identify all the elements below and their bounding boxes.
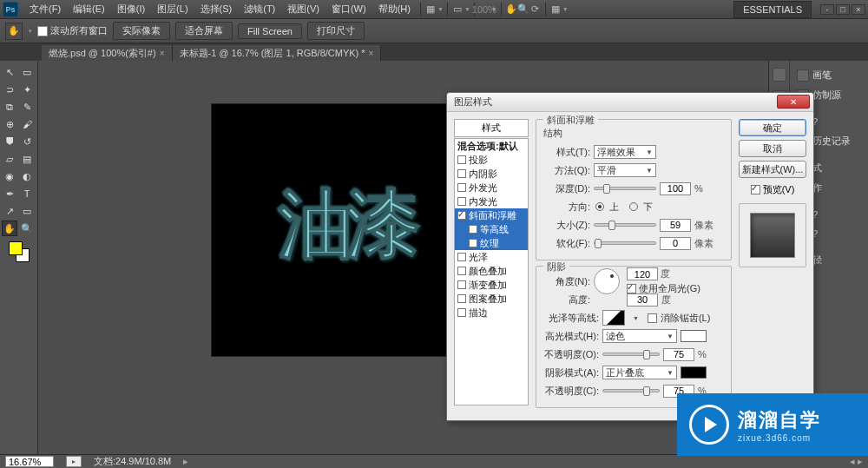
pen-tool[interactable]: ✒ [2, 186, 17, 201]
style-row[interactable]: 描边 [455, 306, 528, 320]
blur-tool[interactable]: ◉ [2, 168, 17, 184]
ok-button[interactable]: 确定 [739, 119, 806, 136]
new-style-button[interactable]: 新建样式(W)... [739, 161, 806, 178]
window-restore[interactable]: □ [836, 4, 850, 15]
style-checkbox[interactable] [469, 225, 477, 234]
style-row[interactable]: 投影 [455, 153, 528, 167]
marquee-tool[interactable]: ▭ [19, 64, 35, 80]
heal-tool[interactable]: ⊕ [2, 116, 17, 132]
global-light-checkbox[interactable] [627, 284, 636, 293]
shadow-opacity-slider[interactable] [602, 389, 660, 392]
close-tab-icon[interactable]: × [160, 49, 165, 58]
fit-screen-button[interactable]: 适合屏幕 [175, 22, 233, 40]
angle-input[interactable] [627, 267, 658, 280]
gloss-contour-picker[interactable] [602, 310, 625, 326]
stamp-tool[interactable]: ⛊ [2, 134, 17, 149]
eyedropper-tool[interactable]: ✎ [19, 99, 35, 115]
style-checkbox[interactable] [457, 197, 466, 206]
style-row[interactable]: 渐变叠加 [455, 278, 528, 292]
style-combo[interactable]: 浮雕效果▼ [594, 145, 656, 159]
screen-mode-icon[interactable]: ▭ [451, 3, 464, 16]
style-row[interactable]: 内阴影 [455, 167, 528, 181]
style-checkbox[interactable] [469, 239, 477, 247]
style-checkbox[interactable] [457, 280, 466, 289]
style-checkbox[interactable] [457, 267, 466, 275]
wand-tool[interactable]: ✦ [19, 82, 35, 97]
path-tool[interactable]: ↗ [2, 203, 17, 219]
canvas[interactable]: 油漆 [212, 104, 481, 356]
preview-checkbox[interactable] [751, 185, 760, 194]
highlight-opacity-slider[interactable] [602, 353, 660, 356]
document-tab[interactable]: 燃烧.psd @ 100%(索引#)× [42, 45, 173, 61]
menu-edit[interactable]: 编辑(E) [67, 0, 111, 18]
direction-down-radio[interactable] [629, 202, 638, 211]
highlight-color-chip[interactable] [681, 330, 707, 342]
window-close[interactable]: × [852, 4, 865, 15]
hand-tool[interactable]: ✋ [2, 221, 17, 236]
highlight-opacity-input[interactable] [663, 348, 694, 361]
depth-input[interactable] [660, 182, 691, 195]
menu-window[interactable]: 窗口(W) [326, 0, 372, 18]
hand-icon[interactable]: ✋ [505, 3, 517, 16]
style-row[interactable]: 斜面和浮雕 [455, 208, 528, 222]
panel-brush[interactable]: 画笔 [793, 66, 865, 84]
style-checkbox[interactable] [457, 308, 466, 317]
eraser-tool[interactable]: ▱ [2, 151, 17, 167]
style-row[interactable]: 等高线 [455, 222, 528, 236]
style-checkbox[interactable] [457, 183, 466, 192]
document-tab[interactable]: 未标题-1 @ 16.7% (图层 1, RGB/8/CMYK) *× [173, 45, 382, 61]
dodge-tool[interactable]: ◐ [19, 168, 35, 184]
zoom-icon[interactable]: 🔍 [517, 3, 529, 16]
menu-filter[interactable]: 滤镜(T) [238, 0, 281, 18]
style-row[interactable]: 外发光 [455, 181, 528, 194]
size-slider[interactable] [594, 223, 656, 227]
close-tab-icon[interactable]: × [369, 49, 374, 58]
size-input[interactable] [660, 219, 691, 232]
launch-bridge-icon[interactable]: ▦ [424, 3, 437, 16]
workspace-switcher[interactable]: ESSENTIALS [733, 1, 812, 18]
depth-slider[interactable] [594, 187, 656, 190]
style-checkbox[interactable] [457, 211, 466, 220]
style-checkbox[interactable] [457, 253, 466, 261]
dialog-close-button[interactable]: ✕ [777, 95, 810, 109]
scroll-all-option[interactable]: 滚动所有窗口 [37, 24, 108, 37]
menu-layer[interactable]: 图层(L) [151, 0, 194, 18]
style-checkbox[interactable] [457, 155, 466, 164]
print-size-button[interactable]: 打印尺寸 [307, 22, 365, 40]
fill-screen-button[interactable]: Fill Screen [238, 23, 302, 39]
cancel-button[interactable]: 取消 [739, 140, 806, 157]
style-row[interactable]: 图案叠加 [455, 292, 528, 306]
move-tool[interactable]: ↖ [2, 64, 17, 80]
style-checkbox[interactable] [457, 169, 466, 178]
zoom-dropdown[interactable]: ▸ [66, 456, 82, 467]
style-row[interactable]: 纹理 [455, 236, 528, 250]
menu-select[interactable]: 选择(S) [194, 0, 239, 18]
type-tool[interactable]: T [19, 186, 35, 201]
styles-header[interactable]: 样式 [454, 119, 529, 137]
highlight-mode-combo[interactable]: 滤色▼ [602, 329, 677, 343]
shadow-color-chip[interactable] [681, 366, 707, 379]
zoom-input[interactable] [5, 456, 54, 467]
crop-tool[interactable]: ⧉ [2, 99, 17, 115]
menu-view[interactable]: 视图(V) [281, 0, 326, 18]
style-checkbox[interactable] [457, 294, 466, 303]
soften-slider[interactable] [594, 241, 656, 245]
angle-dial[interactable] [594, 268, 620, 294]
altitude-input[interactable] [627, 293, 658, 307]
style-row[interactable]: 光泽 [455, 250, 528, 264]
direction-up-radio[interactable] [595, 202, 604, 211]
shape-tool[interactable]: ▭ [19, 203, 35, 219]
tool-preset-icon[interactable]: ✋ [5, 23, 23, 40]
zoom-tool[interactable]: 🔍 [19, 221, 35, 236]
panel-icon[interactable] [773, 68, 786, 82]
lasso-tool[interactable]: ⊃ [2, 82, 17, 97]
style-row[interactable]: 颜色叠加 [455, 264, 528, 278]
arrange-icon[interactable]: ▦ [549, 3, 562, 16]
color-swatches[interactable] [9, 241, 30, 262]
zoom-level[interactable]: 100% [478, 3, 490, 16]
technique-combo[interactable]: 平滑▼ [594, 163, 656, 177]
gradient-tool[interactable]: ▤ [19, 151, 35, 167]
menu-help[interactable]: 帮助(H) [372, 0, 417, 18]
rotate-icon[interactable]: ⟳ [529, 3, 542, 16]
brush-tool[interactable]: 🖌 [19, 116, 35, 132]
